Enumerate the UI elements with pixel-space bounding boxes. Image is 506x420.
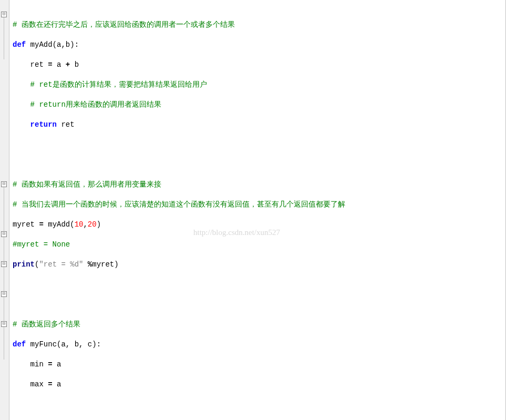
paren-close: ) [97, 220, 101, 229]
fold-marker-icon[interactable]: ⊟ [1, 261, 7, 267]
code-comment: # 当我们去调用一个函数的时候，应该清楚的知道这个函数有没有返回值，甚至有几个返… [13, 200, 345, 209]
code-comment: #myret = None [13, 240, 70, 249]
code-editor[interactable]: ⊟ ⊟ ⊟ ⊟ ⊟ ⊟ http://blog.csdn.net/xun527 … [0, 0, 505, 420]
code-text: a [53, 60, 66, 69]
operator: = [48, 380, 52, 388]
code-text: a [53, 380, 61, 388]
code-content[interactable]: http://blog.csdn.net/xun527 # 函数在还行完毕之后，… [9, 0, 505, 420]
operator: = [48, 60, 52, 69]
fold-marker-icon[interactable]: ⊟ [1, 291, 7, 297]
code-text: myAdd( [44, 220, 75, 229]
number-literal: 20 [88, 220, 97, 229]
operator: + [66, 60, 70, 69]
operator: = [39, 220, 43, 229]
code-text: a [53, 360, 61, 368]
fold-line [4, 187, 4, 360]
func-name: myAdd [26, 40, 52, 49]
string-literal: "ret = %d" [39, 260, 83, 269]
func-name: myFunc [26, 340, 57, 349]
fold-marker-icon[interactable]: ⊟ [1, 231, 7, 237]
params: (a, b, c): [57, 340, 101, 349]
fold-marker-icon[interactable]: ⊟ [1, 12, 7, 17]
code-comment: # 函数在还行完毕之后，应该返回给函数的调用者一个或者多个结果 [13, 21, 235, 29]
code-text: ret [57, 120, 75, 129]
code-text: b [70, 60, 79, 69]
fold-line [4, 17, 4, 59]
fold-marker-icon[interactable]: ⊟ [1, 181, 7, 187]
fold-marker-icon[interactable]: ⊟ [1, 321, 7, 327]
code-comment: # return用来给函数的调用者返回结果 [13, 100, 161, 109]
code-text: min [13, 360, 48, 368]
params: (a,b): [53, 40, 79, 49]
number-literal: 10 [75, 220, 84, 229]
fold-gutter: ⊟ ⊟ ⊟ ⊟ ⊟ ⊟ [0, 0, 9, 420]
builtin-print: print [13, 260, 35, 269]
code-comment: # ret是函数的计算结果，需要把结算结果返回给用户 [13, 80, 207, 89]
code-text: myret) [92, 260, 118, 269]
operator: = [48, 360, 52, 368]
code-comment: # 函数如果有返回值，那么调用者用变量来接 [13, 180, 161, 189]
keyword-return: return [13, 120, 57, 129]
keyword-def: def [13, 340, 26, 349]
code-text: ret [13, 60, 48, 69]
code-comment: # 函数返回多个结果 [13, 320, 80, 329]
comma: , [83, 220, 87, 229]
operator: % [83, 260, 92, 269]
code-text: max [13, 380, 48, 388]
keyword-def: def [13, 40, 26, 49]
code-text: myret [13, 220, 39, 229]
